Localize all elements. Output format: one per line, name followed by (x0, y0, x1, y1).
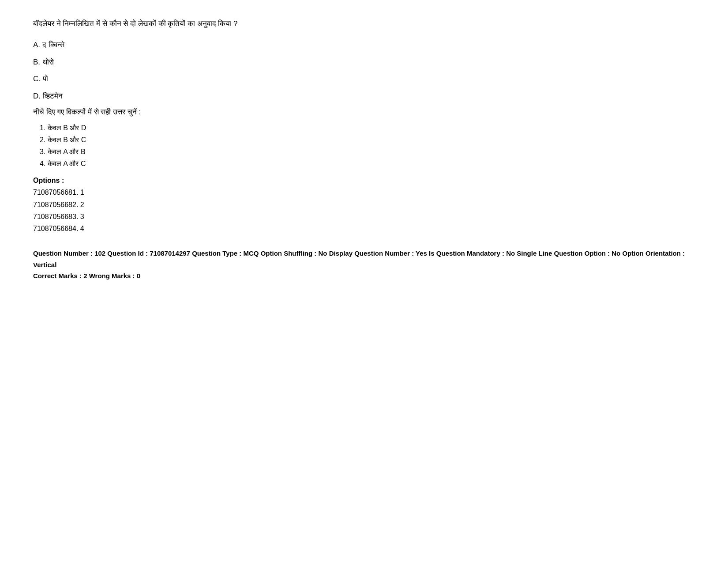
option-id-3-val: 3 (80, 213, 84, 220)
sub-option-3-num: 3. (40, 148, 45, 155)
option-id-1-val: 1 (80, 189, 84, 196)
option-id-2: 71087056682. 2 (33, 199, 695, 211)
option-a: A. द क्विन्से (33, 38, 695, 52)
option-ids-list: 71087056681. 1 71087056682. 2 7108705668… (33, 186, 695, 234)
correct-marks-line: Correct Marks : 2 Wrong Marks : 0 (33, 270, 695, 282)
sub-option-2-text: केवल B और C (48, 136, 86, 144)
option-c-label: C. (33, 75, 41, 83)
option-c: C. पो (33, 72, 695, 86)
option-c-text: पो (43, 75, 48, 83)
sub-options-list: 1. केवल B और D 2. केवल B और C 3. केवल A … (40, 122, 695, 170)
question-container: बॉदलेयर ने निम्नलिखित में से कौन से दो ल… (33, 18, 695, 282)
sub-option-2: 2. केवल B और C (40, 134, 695, 146)
metadata-line1: Question Number : 102 Question Id : 7108… (33, 248, 695, 270)
sub-option-2-num: 2. (40, 136, 45, 144)
question-text: बॉदलेयर ने निम्नलिखित में से कौन से दो ल… (33, 18, 695, 30)
sub-option-1: 1. केवल B और D (40, 122, 695, 134)
option-id-1-id: 71087056681. (33, 189, 78, 196)
option-d: D. व्हिटमेन (33, 90, 695, 103)
option-id-3: 71087056683. 3 (33, 211, 695, 223)
option-id-3-id: 71087056683. (33, 213, 78, 220)
sub-option-4-text: केवल A और C (48, 160, 86, 167)
options-label: Options : (33, 177, 695, 185)
sub-option-4: 4. केवल A और C (40, 158, 695, 170)
option-b-label: B. (33, 58, 40, 66)
option-d-label: D. (33, 92, 41, 100)
sub-option-4-num: 4. (40, 160, 45, 167)
option-b: B. थोरो (33, 56, 695, 69)
option-b-text: थोरो (42, 58, 54, 66)
option-id-2-id: 71087056682. (33, 201, 78, 208)
sub-option-3-text: केवल A और B (48, 148, 86, 155)
options-list: A. द क्विन्से B. थोरो C. पो D. व्हिटमेन (33, 38, 695, 103)
option-id-4-val: 4 (80, 225, 84, 232)
metadata-block: Question Number : 102 Question Id : 7108… (33, 248, 695, 282)
sub-option-3: 3. केवल A और B (40, 146, 695, 158)
option-a-text: द क्विन्से (42, 41, 64, 49)
option-id-2-val: 2 (80, 201, 84, 208)
option-id-1: 71087056681. 1 (33, 186, 695, 198)
sub-option-1-text: केवल B और D (48, 124, 86, 132)
option-d-text: व्हिटमेन (43, 92, 63, 100)
option-a-label: A. (33, 41, 40, 49)
option-id-4-id: 71087056684. (33, 225, 78, 232)
sub-option-1-num: 1. (40, 124, 45, 132)
option-id-4: 71087056684. 4 (33, 223, 695, 234)
sub-question-text: नीचे दिए गए विकल्पों में से सही उत्तर चु… (33, 108, 695, 117)
